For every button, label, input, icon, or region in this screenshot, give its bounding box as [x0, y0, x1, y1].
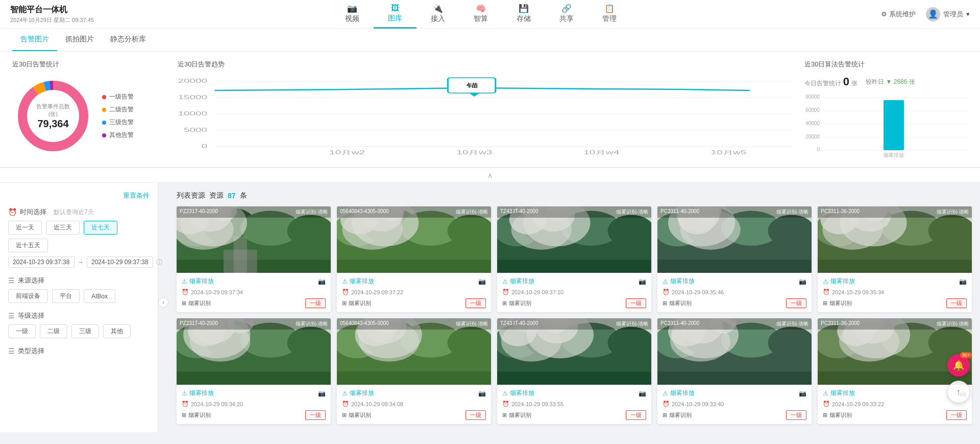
image-algo-row: ⊞ 烟雾识别 一级 — [502, 410, 646, 420]
algo-stat-card: 近30日算法告警统计 今日告警统计 0 张 较昨日 ▼ 2686 张 80000… — [804, 60, 968, 159]
image-thumbnail: PZ2317-40-2000 烟雾识别-清晰 — [177, 206, 331, 273]
algo-compare: 较昨日 ▼ 2686 张 — [866, 78, 915, 86]
nav-manage-label: 管理 — [602, 14, 617, 24]
image-type: ⚠ 烟雾排放 — [342, 389, 374, 398]
time-btn-7day[interactable]: 近七天 — [84, 221, 117, 235]
source-btn-aibox[interactable]: AIBox — [84, 289, 115, 303]
collapse-bar[interactable]: ∧ — [0, 168, 980, 183]
tab-capture-images[interactable]: 抓拍图片 — [57, 29, 102, 51]
image-time-row: ⏰ 2024-10-29 09:37:22 — [342, 289, 486, 295]
svg-text:15000: 15000 — [178, 95, 207, 100]
admin-label: 管理员 — [943, 10, 963, 19]
image-type-row: ⚠ 烟雾排放 📷 — [502, 277, 646, 286]
image-type: ⚠ 烟雾排放 — [342, 277, 374, 286]
image-card[interactable]: TZ43 IT-40-2000 烟雾识别-清晰 ⚠ 烟雾排放 📷 ⏰ 2024-… — [497, 206, 651, 312]
clock-icon-small: ⏰ — [663, 401, 670, 407]
image-time: 2024-10-29 09:33:22 — [832, 401, 884, 407]
nav-compute[interactable]: 🧠 智算 — [459, 0, 502, 29]
image-type: ⚠ 烟雾排放 — [502, 389, 534, 398]
image-card[interactable]: PZ2317-40-2000 烟雾识别-清晰 ⚠ 烟雾排放 📷 ⏰ 2024-1… — [177, 318, 331, 424]
sys-maintain-button[interactable]: ⚙ 系统维护 — [881, 10, 916, 19]
legend-label-level1: 一级告警 — [109, 92, 134, 101]
clock-icon-small: ⏰ — [502, 289, 509, 295]
image-time-row: ⏰ 2024-10-29 09:33:40 — [663, 401, 806, 407]
tab-alert-images[interactable]: 告警图片 — [12, 29, 57, 51]
nav-compute-label: 智算 — [474, 14, 488, 24]
image-time-row: ⏰ 2024-10-29 09:37:34 — [182, 289, 326, 295]
admin-button[interactable]: 👤 管理员 ▾ — [926, 7, 970, 21]
image-algo-row: ⊞ 烟雾识别 一级 — [342, 410, 486, 420]
image-algo-label: 烟雾识别 — [349, 299, 371, 307]
image-algo-label: 烟雾识别 — [509, 411, 531, 419]
image-overlay: TZ43 IT-40-2000 烟雾识别-清晰 — [497, 318, 651, 330]
image-time: 2024-10-29 09:37:22 — [351, 289, 403, 295]
image-card[interactable]: PZ2317-40-2000 烟雾识别-清晰 ⚠ 烟雾排放 📷 ⏰ 2024-1… — [177, 206, 331, 312]
main-nav: 📷 视频 🖼 图库 🔌 接入 🧠 智算 💾 存储 🔗 共享 📋 管理 — [94, 0, 868, 29]
image-overlay: PC3311-36-2000 烟雾识别-清晰 — [818, 318, 972, 330]
overlay-right: 烟雾识别-清晰 — [616, 208, 648, 216]
image-algo-row: ⊞ 烟雾识别 一级 — [823, 410, 967, 420]
algo-icon: ⊞ — [823, 412, 827, 418]
camera-icon: 📷 — [799, 278, 806, 285]
level-btn-3[interactable]: 三级 — [71, 324, 99, 338]
scroll-to-top-button[interactable]: ↑ — [947, 381, 970, 403]
nav-manage[interactable]: 📋 管理 — [588, 0, 631, 29]
image-type-label: 烟雾排放 — [189, 389, 214, 398]
nav-video[interactable]: 📷 视频 — [331, 0, 374, 29]
image-algo: ⊞ 烟雾识别 — [182, 411, 211, 419]
date-from-input[interactable] — [8, 256, 75, 268]
time-btn-group: 近一天 近三天 近七天 近十五天 — [8, 221, 150, 252]
legend-level2: 二级告警 — [102, 105, 134, 114]
algo-icon: ⊞ — [342, 412, 347, 418]
sidebar-toggle[interactable]: ‹ — [158, 297, 168, 308]
image-type-label: 烟雾排放 — [830, 389, 855, 398]
svg-rect-102 — [818, 260, 972, 273]
nav-share[interactable]: 🔗 共享 — [545, 0, 588, 29]
overlay-left: PC3311-40-2000 — [660, 320, 699, 328]
image-card[interactable]: PC3311-36-2000 烟雾识别-清晰 ⚠ 烟雾排放 📷 ⏰ 2024-1… — [818, 206, 972, 312]
image-card[interactable]: TZ43 IT-40-2000 烟雾识别-清晰 ⚠ 烟雾排放 📷 ⏰ 2024-… — [497, 318, 651, 424]
svg-text:锚: 锚 — [465, 82, 478, 88]
image-card[interactable]: PC3311-40-2000 烟雾识别-清晰 ⚠ 烟雾排放 📷 ⏰ 2024-1… — [657, 318, 812, 424]
nav-storage[interactable]: 💾 存储 — [502, 0, 545, 29]
time-btn-15day[interactable]: 近十五天 — [8, 239, 48, 252]
tab-static-analysis[interactable]: 静态分析库 — [102, 29, 154, 51]
camera-icon: 📷 — [318, 390, 326, 397]
level-badge: 一级 — [305, 410, 326, 420]
source-btn-frontend[interactable]: 前端设备 — [8, 289, 48, 303]
camera-icon: 📷 — [959, 278, 967, 285]
nav-video-label: 视频 — [345, 14, 359, 24]
level-btn-2[interactable]: 二级 — [40, 324, 67, 338]
level-btn-1[interactable]: 一级 — [8, 324, 36, 338]
image-card[interactable]: 05640843-4305-0000 烟雾识别-清晰 ⚠ 烟雾排放 📷 ⏰ 20… — [337, 318, 491, 424]
notification-bell-button[interactable]: 🔔 30+ — [947, 354, 970, 377]
image-time-row: ⏰ 2024-10-29 09:33:55 — [502, 401, 646, 407]
time-btn-3day[interactable]: 近三天 — [46, 221, 80, 235]
image-time: 2024-10-29 09:35:34 — [832, 289, 884, 295]
overlay-left: TZ43 IT-40-2000 — [500, 208, 538, 216]
image-time-row: ⏰ 2024-10-29 09:35:34 — [823, 289, 967, 295]
type-filter: ☰ 类型选择 — [8, 346, 150, 356]
manage-icon: 📋 — [604, 4, 615, 13]
donut-value: 79,364 — [33, 118, 74, 130]
time-btn-1day[interactable]: 近一天 — [8, 221, 42, 235]
source-btn-platform[interactable]: 平台 — [52, 289, 80, 303]
svg-text:20000: 20000 — [178, 78, 207, 84]
image-card[interactable]: PC3311-40-2000 烟雾识别-清晰 ⚠ 烟雾排放 📷 ⏰ 2024-1… — [657, 206, 812, 312]
image-thumbnail: TZ43 IT-40-2000 烟雾识别-清晰 — [497, 318, 651, 385]
legend-label-level2: 二级告警 — [109, 105, 134, 114]
overlay-left: PC3311-40-2000 — [660, 208, 699, 216]
donut-title: 近30日告警统计 — [12, 60, 165, 69]
image-algo: ⊞ 烟雾识别 — [182, 299, 211, 307]
svg-text:10000: 10000 — [178, 111, 207, 116]
reset-button[interactable]: 重置条件 — [8, 191, 150, 200]
date-to-input[interactable] — [87, 256, 153, 268]
svg-text:10月w5: 10月w5 — [710, 150, 746, 155]
image-algo: ⊞ 烟雾识别 — [342, 411, 371, 419]
nav-gallery[interactable]: 🖼 图库 — [374, 0, 416, 29]
level-btn-other[interactable]: 其他 — [103, 324, 131, 338]
stats-section: 近30日告警统计 告警事件总数(张) 79,364 — [0, 52, 980, 168]
nav-access[interactable]: 🔌 接入 — [416, 0, 459, 29]
image-card[interactable]: 05640843-4305-0000 烟雾识别-清晰 ⚠ 烟雾排放 📷 ⏰ 20… — [337, 206, 491, 312]
image-algo: ⊞ 烟雾识别 — [342, 299, 371, 307]
